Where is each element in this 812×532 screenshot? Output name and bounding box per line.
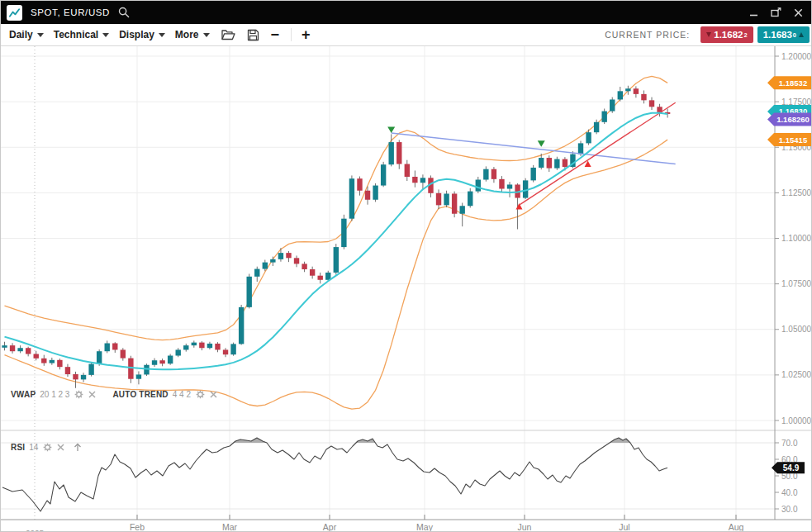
rsi-move-up-arrow-icon[interactable] [73,442,83,452]
open-folder-icon[interactable] [221,29,235,40]
vwap-settings-gear-icon[interactable] [74,390,83,399]
svg-text:1.18532: 1.18532 [779,78,807,88]
vwap-remove-x-icon[interactable] [88,391,96,398]
auto-trend-settings-gear-icon[interactable] [196,390,205,399]
chart-area: 1.200001.175001.150001.125001.100001.075… [1,46,812,532]
price-up-arrow-icon [799,32,804,37]
chevron-down-icon [37,33,44,37]
rsi-settings-gear-icon[interactable] [43,443,52,452]
gridlines [1,46,775,520]
svg-text:54.9: 54.9 [783,463,800,473]
trading-app-window: SPOT, EUR/USD Daily Technical Display Mo… [0,0,812,532]
auto-trend-legend-name: AUTO TREND [112,390,168,399]
menu-more[interactable]: More [175,29,210,40]
rsi-pane [2,438,667,511]
axes [1,46,812,520]
rsi-legend-params: 14 [29,443,38,452]
toolbar: Daily Technical Display More − + CURRENT… [1,24,811,46]
svg-text:Aug: Aug [729,522,744,532]
svg-text:1.10000: 1.10000 [781,234,812,243]
current-price-block: CURRENT PRICE: 1.16822 1.16830 [605,26,810,43]
rsi-legend: RSI 14 [11,442,83,452]
svg-text:1.20000: 1.20000 [781,52,812,61]
indicator-legend-row: VWAP 20 1 2 3 AUTO TREND 4 4 2 [11,390,234,399]
svg-text:1.00000: 1.00000 [781,416,812,425]
vwap-legend-name: VWAP [11,390,36,399]
chevron-down-icon [203,33,210,37]
svg-text:30.0: 30.0 [781,505,798,514]
svg-text:1.05000: 1.05000 [781,325,812,334]
search-icon[interactable] [118,7,130,18]
rsi-legend-name: RSI [11,443,25,452]
auto-trend-lines [392,102,676,204]
window-controls [749,7,803,17]
svg-text:Jun: Jun [518,522,532,532]
price-down-arrow-icon [706,32,711,37]
zoom-in-button[interactable]: + [302,27,311,42]
svg-text:1.07500: 1.07500 [781,279,812,288]
auto-trend-legend-params: 4 4 2 [173,390,191,399]
vwap-legend-params: 20 1 2 3 [40,390,69,399]
bollinger-bands [5,76,668,409]
svg-text:1.168260: 1.168260 [776,115,810,124]
toolbar-separator [291,28,292,41]
chart-canvas[interactable]: 1.200001.175001.150001.125001.100001.075… [1,46,812,532]
price-tags: 1.185321.168301.1682601.1541554.9 [767,76,812,473]
svg-text:May: May [416,522,434,532]
rsi-line [2,438,667,511]
zoom-out-button[interactable]: − [271,27,280,42]
svg-text:Feb: Feb [130,522,145,532]
symbol-title: SPOT, EUR/USD [31,7,110,17]
svg-text:Mar: Mar [222,522,238,532]
svg-text:40.0: 40.0 [781,488,798,497]
bid-price-badge: 1.16822 [700,26,753,43]
vwap-line [5,113,668,370]
vwap-legend: VWAP 20 1 2 3 [11,390,96,399]
chevron-down-icon [159,33,165,37]
minimize-icon[interactable] [749,8,758,17]
svg-text:1.15415: 1.15415 [779,135,808,145]
auto-trend-legend: AUTO TREND 4 4 2 [112,390,217,399]
rsi-remove-x-icon[interactable] [57,444,64,451]
app-logo-icon [7,5,22,21]
candles-layer [2,86,670,388]
svg-text:Jul: Jul [619,522,629,532]
svg-text:70.0: 70.0 [781,439,798,448]
menu-technical[interactable]: Technical [54,29,109,40]
titlebar: SPOT, EUR/USD [1,1,811,24]
save-icon[interactable] [247,29,259,41]
current-price-label: CURRENT PRICE: [605,30,690,40]
close-icon[interactable] [794,8,803,17]
ask-price-badge: 1.16830 [757,26,810,43]
svg-text:1.12500: 1.12500 [781,188,812,197]
auto-trend-remove-x-icon[interactable] [210,391,217,398]
menu-display[interactable]: Display [119,29,165,40]
signal-markers [387,127,591,210]
chevron-down-icon [102,33,109,37]
svg-text:1.02500: 1.02500 [781,370,812,379]
svg-text:Apr: Apr [323,522,337,532]
popout-icon[interactable] [771,7,781,17]
axis-labels: 1.200001.175001.150001.125001.100001.075… [26,52,812,532]
menu-daily[interactable]: Daily [9,29,44,40]
